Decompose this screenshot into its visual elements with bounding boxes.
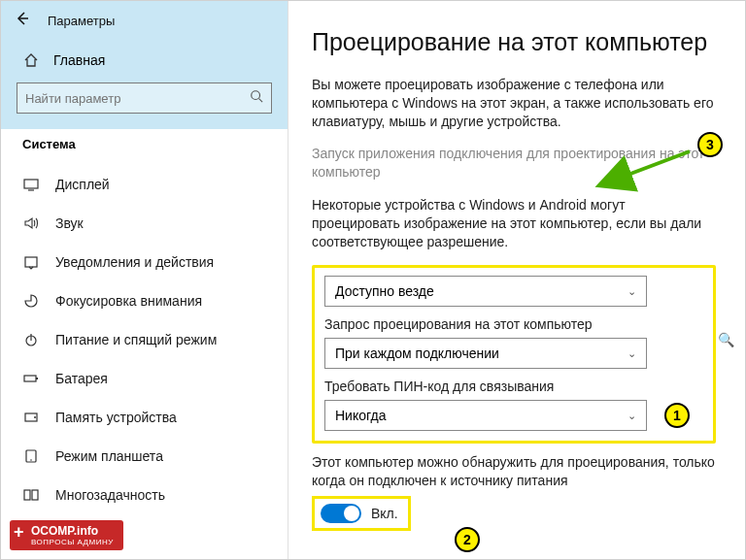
svg-rect-8 — [24, 376, 36, 381]
dropdown-value: Доступно везде — [335, 283, 434, 299]
sidebar-item-label: Батарея — [55, 371, 108, 386]
discover-toggle[interactable] — [321, 504, 361, 523]
discover-toggle-group: Вкл. — [312, 496, 411, 531]
focus-icon — [22, 292, 40, 310]
svg-rect-14 — [24, 490, 30, 500]
availability-dropdown[interactable]: Доступно везде ⌄ — [324, 276, 647, 307]
watermark-text: OCOMP.info — [31, 524, 98, 538]
toggle-label: Вкл. — [371, 506, 398, 521]
svg-rect-15 — [32, 490, 38, 500]
storage-icon — [22, 409, 40, 426]
annotation-callout-2: 2 — [455, 527, 480, 552]
sidebar-item-label: Память устройства — [55, 410, 177, 425]
sidebar-item-multitask[interactable]: Многозадачность — [1, 476, 288, 514]
svg-line-2 — [259, 99, 263, 103]
magnify-icon: 🔍 — [718, 332, 734, 347]
annotation-callout-3: 3 — [697, 132, 723, 157]
dropdown-value: Никогда — [335, 408, 386, 423]
main-content: Проецирование на этот компьютер Вы может… — [288, 1, 745, 559]
svg-rect-3 — [24, 180, 38, 188]
header-bar: Параметры — [1, 1, 288, 42]
home-button[interactable]: Главная — [1, 42, 288, 81]
sidebar-item-label: Многозадачность — [55, 487, 165, 503]
home-icon — [22, 51, 40, 69]
annotation-arrow-3 — [593, 144, 699, 202]
search-box[interactable] — [17, 82, 272, 114]
tablet-icon — [22, 447, 40, 465]
sidebar-item-label: Звук — [55, 215, 84, 231]
sidebar-item-display[interactable]: Дисплей — [1, 165, 288, 204]
svg-point-1 — [252, 91, 260, 100]
chevron-down-icon: ⌄ — [627, 347, 636, 360]
settings-group-1: Доступно везде ⌄ Запрос проецирования на… — [312, 265, 716, 444]
watermark: OCOMP.info ВОПРОСЫ АДМИНУ — [10, 520, 123, 550]
search-input[interactable] — [25, 91, 250, 106]
watermark-sub: ВОПРОСЫ АДМИНУ — [31, 538, 114, 546]
sidebar-item-battery[interactable]: Батарея — [1, 359, 288, 398]
permission-note: Некоторые устройства с Windows и Android… — [312, 196, 716, 251]
svg-rect-9 — [36, 378, 38, 379]
battery-icon — [22, 370, 40, 387]
multitask-icon — [22, 486, 40, 504]
sidebar-item-label: Уведомления и действия — [55, 254, 214, 270]
dropdown-value: При каждом подключении — [335, 346, 499, 361]
dropdown2-label: Запрос проецирования на этот компьютер — [324, 316, 703, 332]
nav-list: Дисплей Звук Уведомления и действия Фоку… — [1, 165, 288, 514]
svg-rect-5 — [25, 257, 37, 267]
annotation-callout-1: 1 — [664, 403, 690, 428]
home-label: Главная — [53, 52, 105, 68]
notifications-icon — [22, 253, 40, 271]
sidebar-item-label: Режим планшета — [55, 448, 163, 464]
sidebar: Параметры Главная Система Дисплей — [1, 1, 288, 559]
chevron-down-icon: ⌄ — [627, 285, 636, 298]
settings-window: Параметры Главная Система Дисплей — [0, 0, 746, 560]
category-header: Система — [1, 129, 288, 165]
display-icon — [22, 176, 40, 193]
chevron-down-icon: ⌄ — [627, 410, 636, 422]
power-icon — [22, 331, 40, 348]
sidebar-item-sound[interactable]: Звук — [1, 204, 288, 243]
pin-dropdown[interactable]: Никогда ⌄ — [324, 400, 647, 431]
sidebar-item-label: Фокусировка внимания — [55, 293, 202, 309]
search-wrap — [1, 81, 288, 129]
sidebar-item-power[interactable]: Питание и спящий режим — [1, 320, 288, 359]
ask-project-dropdown[interactable]: При каждом подключении ⌄ — [324, 338, 647, 369]
intro-text: Вы можете проецировать изображение с тел… — [312, 76, 716, 131]
sidebar-item-focus[interactable]: Фокусировка внимания — [1, 281, 288, 320]
svg-line-17 — [602, 151, 690, 184]
window-title: Параметры — [48, 14, 115, 28]
sidebar-item-label: Питание и спящий режим — [55, 332, 217, 347]
page-title: Проецирование на этот компьютер — [312, 28, 716, 56]
sidebar-item-notifications[interactable]: Уведомления и действия — [1, 243, 288, 281]
discover-note: Этот компьютер можно обнаружить для прое… — [312, 453, 716, 490]
back-icon[interactable] — [15, 11, 30, 30]
svg-point-13 — [30, 459, 32, 461]
svg-point-11 — [34, 416, 36, 418]
sidebar-item-tablet[interactable]: Режим планшета — [1, 437, 288, 476]
dropdown3-label: Требовать ПИН-код для связывания — [324, 379, 703, 394]
sound-icon — [22, 214, 40, 232]
sidebar-item-label: Дисплей — [55, 177, 110, 192]
search-icon — [250, 89, 263, 107]
sidebar-item-storage[interactable]: Память устройства — [1, 398, 288, 437]
